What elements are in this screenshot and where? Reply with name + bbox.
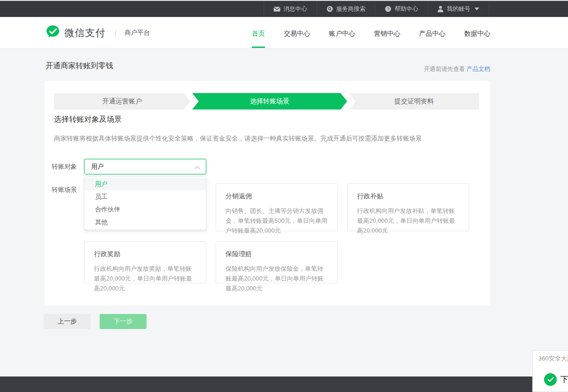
header: 微信支付 | 商户平台 首页 交易中心 账户中心 营销中心 产品中心 数据中心 bbox=[0, 18, 568, 49]
topbar: 消息中心 服务商搜索 ? 帮助中心 我的账号 bbox=[0, 0, 568, 17]
dropdown-option-other[interactable]: 其他 bbox=[85, 216, 206, 228]
topbar-item-messages[interactable]: 消息中心 bbox=[264, 1, 317, 17]
nav-item-account-center[interactable]: 账户中心 bbox=[329, 18, 355, 48]
page-title: 开通商家转账到零钱 bbox=[46, 61, 113, 71]
step-open-account: 开通运营账户 bbox=[54, 93, 190, 110]
scene-card-distribution-commission[interactable]: 分销返佣 向销售、团长、主播等分销方发放佣金，单笔转账最高500元，单日向单用户… bbox=[216, 183, 338, 231]
nav-item-transactions[interactable]: 交易中心 bbox=[284, 18, 310, 48]
card-title: 保险理赔 bbox=[226, 250, 328, 259]
help-icon: ? bbox=[385, 6, 391, 12]
check-circle-icon bbox=[544, 373, 557, 386]
doc-hint-text: 开通前请先查看 bbox=[424, 66, 465, 72]
brand[interactable]: 微信支付 | 商户平台 bbox=[46, 24, 150, 41]
scene-card-admin-reward[interactable]: 行政奖励 行政机构向用户发放奖励，单笔转账最高20,000元，单日向单用户转账最… bbox=[84, 241, 206, 283]
transfer-scene-label: 转账场景 bbox=[52, 185, 77, 195]
wechat-pay-logo-icon bbox=[46, 24, 60, 41]
nav-item-marketing-center[interactable]: 营销中心 bbox=[374, 18, 400, 48]
step-submit-proof: 提交证明资料 bbox=[349, 93, 479, 110]
transfer-target-select[interactable]: 用户 bbox=[84, 159, 206, 174]
topbar-item-label: 我的账号 bbox=[447, 5, 470, 13]
card-title: 行政奖励 bbox=[94, 250, 196, 259]
topbar-item-provider-search[interactable]: 服务商搜索 bbox=[317, 1, 375, 17]
card-description: 向销售、团长、主播等分销方发放佣金，单笔转账最高500元，单日向单用户转账最高2… bbox=[226, 206, 328, 235]
section-description: 商家转账将根据具体转账场景提供个性化安全策略，保证资金安全，请选择一种真实转账场… bbox=[54, 134, 467, 143]
dropdown-option-partner[interactable]: 合作伙伴 bbox=[85, 203, 206, 216]
security-popup-status-row: 下 bbox=[544, 373, 568, 386]
steps-bar: 开通运营账户 选择转账场景 提交证明资料 bbox=[54, 93, 479, 110]
prev-step-button[interactable]: 上一步 bbox=[44, 314, 91, 329]
card-description: 行政机构向用户发放奖励，单笔转账最高20,000元，单日向单用户转账最高20,0… bbox=[94, 264, 196, 293]
product-doc-link[interactable]: 产品文档 bbox=[467, 66, 490, 72]
dropdown-option-user[interactable]: 用户 bbox=[85, 178, 206, 190]
chevron-up-icon bbox=[195, 163, 200, 171]
brand-subtitle: 商户平台 bbox=[124, 29, 150, 37]
nav-item-product-center[interactable]: 产品中心 bbox=[419, 18, 445, 48]
security-popup[interactable]: 360安全大脑 下 bbox=[532, 350, 568, 392]
topbar-item-label: 服务商搜索 bbox=[336, 5, 366, 13]
nav-item-home[interactable]: 首页 bbox=[252, 18, 265, 48]
brand-name: 微信支付 bbox=[64, 26, 106, 39]
next-step-button[interactable]: 下一步 bbox=[100, 314, 147, 329]
step-choose-scene: 选择转账场景 bbox=[192, 93, 347, 110]
message-icon bbox=[273, 7, 280, 12]
topbar-item-label: 消息中心 bbox=[284, 5, 307, 13]
transfer-target-dropdown: 用户 员工 合作伙伴 其他 bbox=[84, 176, 206, 230]
caret-down-icon bbox=[475, 8, 479, 10]
footer-bar bbox=[0, 376, 568, 392]
card-title: 分销返佣 bbox=[226, 192, 328, 201]
main-nav: 首页 交易中心 账户中心 营销中心 产品中心 数据中心 bbox=[252, 18, 490, 48]
scene-card-insurance-claim[interactable]: 保险理赔 保险机构向用户发放保险金，单笔转账最高20,000元，单日向单用户转账… bbox=[216, 241, 338, 283]
card-description: 保险机构向用户发放保险金，单笔转账最高20,000元，单日向单用户转账最高20,… bbox=[226, 264, 328, 293]
search-icon bbox=[327, 6, 333, 12]
card-description: 行政机构向用户发放补贴，单笔转账最高20,000元，单日向单用户转账最高20,0… bbox=[357, 206, 459, 235]
brand-divider: | bbox=[115, 29, 117, 37]
transfer-target-label: 转账对象 bbox=[52, 159, 77, 174]
user-icon bbox=[437, 6, 444, 12]
doc-hint: 开通前请先查看 产品文档 bbox=[424, 65, 490, 73]
main-panel: 开通运营账户 选择转账场景 提交证明资料 选择转账对象及场景 商家转账将根据具体… bbox=[45, 81, 490, 306]
select-value: 用户 bbox=[91, 163, 104, 171]
topbar-item-label: 帮助中心 bbox=[395, 5, 418, 13]
section-heading: 选择转账对象及场景 bbox=[54, 115, 122, 125]
topbar-item-account[interactable]: 我的账号 bbox=[428, 1, 489, 17]
svg-text:?: ? bbox=[387, 7, 389, 11]
scene-card-admin-subsidy[interactable]: 行政补贴 行政机构向用户发放补贴，单笔转账最高20,000元，单日向单用户转账最… bbox=[347, 183, 469, 231]
dropdown-option-employee[interactable]: 员工 bbox=[85, 190, 206, 203]
card-title: 行政补贴 bbox=[357, 192, 459, 201]
topbar-item-help[interactable]: ? 帮助中心 bbox=[375, 1, 428, 17]
nav-item-data-center[interactable]: 数据中心 bbox=[464, 18, 490, 48]
security-popup-title: 360安全大脑 bbox=[538, 354, 568, 363]
security-popup-status-text: 下 bbox=[560, 374, 568, 385]
